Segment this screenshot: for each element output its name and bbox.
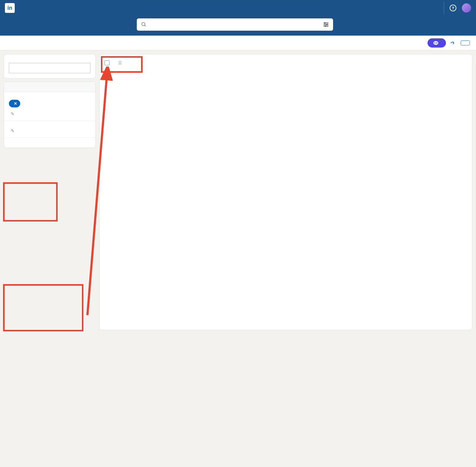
- svg-point-6: [434, 42, 436, 44]
- svg-point-2: [324, 22, 325, 24]
- search-bar-row: [0, 16, 476, 36]
- search-icon: [141, 22, 147, 27]
- save-to-list[interactable]: ☰: [118, 60, 122, 65]
- all-filters-button[interactable]: [321, 22, 329, 27]
- results-panel: ☰: [99, 54, 472, 330]
- keywords-input[interactable]: [9, 63, 90, 73]
- share-icon: [450, 41, 455, 45]
- share-search-link[interactable]: [450, 41, 456, 45]
- save-search-button[interactable]: [461, 41, 470, 45]
- view-all-filters[interactable]: [4, 138, 95, 148]
- svg-line-1: [144, 25, 146, 26]
- results-header: ☰: [100, 56, 472, 70]
- top-nav: in ?: [0, 0, 476, 16]
- svg-point-5: [433, 41, 438, 45]
- select-all-checkbox[interactable]: [105, 60, 109, 65]
- divider: [444, 2, 444, 14]
- tabs-row: [0, 36, 476, 50]
- chip-hubspot[interactable]: ✕: [9, 100, 20, 107]
- user-avatar[interactable]: [462, 3, 471, 13]
- svg-point-4: [325, 25, 326, 27]
- evaboot-icon: [433, 41, 439, 45]
- edit-icon[interactable]: ✎: [11, 128, 14, 133]
- edit-icon[interactable]: ✎: [11, 111, 14, 116]
- chip-remove-icon[interactable]: ✕: [14, 101, 17, 106]
- linkedin-logo[interactable]: in: [5, 3, 15, 13]
- filters-card: ✕ ✎ ✎: [4, 82, 96, 148]
- extract-evaboot-button[interactable]: [428, 38, 446, 48]
- help-icon[interactable]: ?: [450, 5, 456, 11]
- filters-icon: [323, 22, 329, 27]
- keywords-card: [4, 54, 96, 79]
- svg-point-3: [326, 24, 328, 25]
- sidebar: ✕ ✎ ✎: [4, 54, 96, 148]
- search-box: [137, 18, 333, 31]
- search-input[interactable]: [149, 22, 321, 27]
- annotation-box-title: [3, 284, 83, 331]
- filter-title: ✎: [4, 121, 95, 138]
- annotation-box-company: [3, 182, 58, 222]
- filter-company: ✕ ✎: [4, 92, 95, 121]
- svg-point-7: [436, 42, 437, 44]
- svg-point-0: [142, 22, 145, 26]
